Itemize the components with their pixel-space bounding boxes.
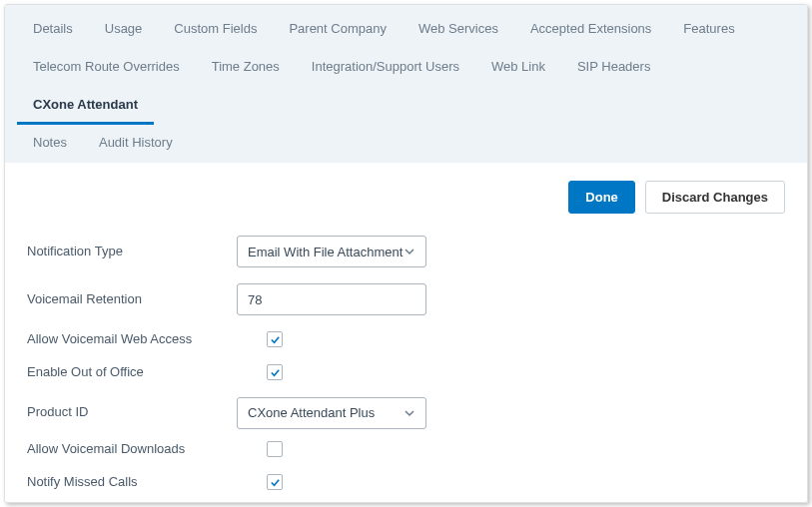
tab-accepted-extensions[interactable]: Accepted Extensions [514,11,667,49]
label-allow-web-access: Allow Voicemail Web Access [27,331,237,348]
tab-content: Done Discard Changes Notification Type E… [5,163,807,503]
label-enable-ooo: Enable Out of Office [27,364,237,381]
checkbox-allow-downloads[interactable] [267,441,283,457]
label-notify-missed: Notify Missed Calls [27,474,237,491]
tab-cxone-attendant[interactable]: CXone Attendant [17,87,154,125]
select-product-id-value: CXone Attendant Plus [248,405,375,420]
tab-custom-fields[interactable]: Custom Fields [158,11,273,49]
select-product-id[interactable]: CXone Attendant Plus [237,397,426,429]
action-row: Done Discard Changes [27,181,785,214]
tab-sip-headers[interactable]: SIP Headers [561,49,666,87]
select-notification-type-value: Email With File Attachment [248,245,403,259]
tab-integration-support-users[interactable]: Integration/Support Users [296,49,475,87]
checkbox-notify-missed[interactable] [267,474,283,490]
tab-features[interactable]: Features [667,11,750,49]
tab-web-link[interactable]: Web Link [475,49,561,87]
tabs-bar: Details Usage Custom Fields Parent Compa… [5,5,807,163]
tab-web-services[interactable]: Web Services [403,11,514,49]
tab-notes[interactable]: Notes [17,125,83,163]
label-allow-downloads: Allow Voicemail Downloads [27,441,237,458]
check-icon [270,367,281,378]
done-button[interactable]: Done [568,181,635,214]
input-voicemail-retention[interactable] [237,283,426,315]
chevron-down-icon [404,407,415,419]
select-notification-type[interactable]: Email With File Attachment [237,236,426,267]
checkbox-allow-web-access[interactable] [267,331,283,347]
label-voicemail-retention: Voicemail Retention [27,291,237,308]
tab-parent-company[interactable]: Parent Company [273,11,403,49]
label-notification-type: Notification Type [27,244,237,260]
tab-usage[interactable]: Usage [89,11,159,49]
tab-telecom-route-overrides[interactable]: Telecom Route Overrides [17,49,196,87]
tab-time-zones[interactable]: Time Zones [196,49,296,87]
chevron-down-icon [404,246,415,257]
label-product-id: Product ID [27,404,237,421]
discard-changes-button[interactable]: Discard Changes [645,181,785,214]
tab-audit-history[interactable]: Audit History [83,125,189,163]
check-icon [270,334,281,345]
tab-details[interactable]: Details [17,11,89,49]
check-icon [270,477,281,488]
checkbox-enable-ooo[interactable] [267,364,283,380]
